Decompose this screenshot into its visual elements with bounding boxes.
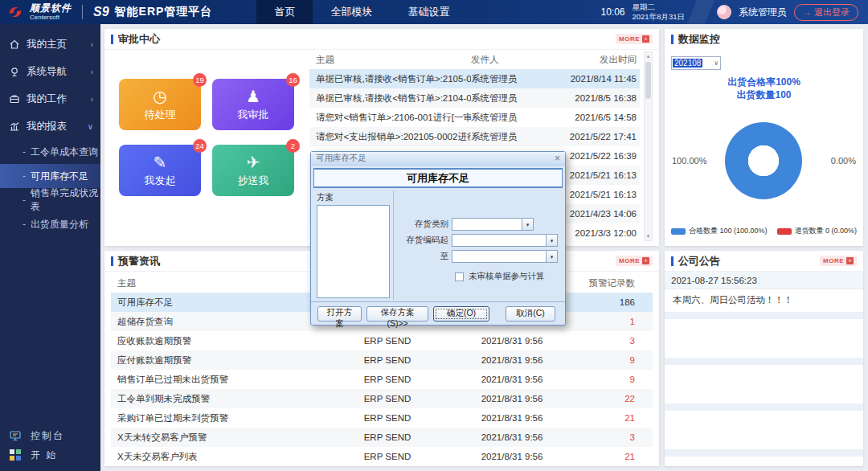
row-time: 2021/8/5 16:38 [547,93,640,103]
erp-app: 顺景软件 Centersoft S9 智能ERP管理平台 首页 全部模块 基础设… [0,0,868,471]
approval-row[interactable]: 单据已审核,请接收<销售订单>:2104-002 系统管理员 2021/8/5 … [309,88,640,108]
alerts-more-button[interactable]: MORE + [616,256,653,266]
user-avatar[interactable] [717,5,731,19]
approval-table-header: 主题 发件人 发出时间 [309,50,640,69]
alert-row[interactable]: 销售订单已过期未出货预警 ERP SEND 2021/8/31 9:56 9 [111,370,653,389]
logout-label: 退出登录 [814,6,850,18]
logout-button[interactable]: → 退出登录 [794,4,858,21]
alert-row[interactable]: X天未转交易客户预警 ERP SEND 2021/8/31 9:56 3 [111,428,653,447]
sidebar-subitem[interactable]: 工令单成本查询 [0,140,100,164]
col-time: 发出时间 [547,54,640,66]
topbar-slash-decor [687,0,714,24]
briefcase-icon [9,93,20,104]
row-subject: 单据已审核,请接收<销售订单>:2105-001 [309,73,471,85]
tile-my-approvals[interactable]: 16 ♟ 我审批 [212,79,294,130]
section-accent-bar [671,256,674,266]
home-icon [9,39,20,50]
scheme-listbox[interactable] [317,205,390,298]
code-from-input[interactable] [452,234,547,247]
row-sender: 系统管理员 [471,112,547,124]
announcement-text[interactable]: 本周六、周日公司活动！！！ [665,289,863,310]
map-pin-icon [9,66,20,77]
row-subject: X天未转交易客户预警 [111,432,327,444]
row-subject: 工令单到期未完成预警 [111,393,327,405]
section-accent-bar [111,256,113,266]
nav-home[interactable]: 首页 [256,0,313,24]
alert-row[interactable]: 工令单到期未完成预警 ERP SEND 2021/8/31 9:56 22 [111,389,653,408]
row-time: 2021/8/31 9:56 [448,355,576,365]
alert-row[interactable]: 应收账款逾期预警 ERP SEND 2021/8/31 9:56 3 [111,331,653,350]
scheme-panel: 方案 [313,190,394,300]
announce-more-button[interactable]: MORE + [820,256,857,266]
approval-scrollbar[interactable]: ▴ ▾ [644,51,653,241]
company-logo-icon [6,3,24,21]
nav-basic-settings[interactable]: 基础设置 [390,0,467,24]
legend-label: 合格数量 100 (100.00%) [689,226,768,236]
alert-row[interactable]: X天未交易客户列表 ERP SEND 2021/8/31 9:56 21 [111,447,653,465]
chevron-right-icon: › [91,40,93,49]
scroll-up-icon[interactable]: ▴ [645,53,652,59]
start-button[interactable]: 开 始 [0,445,100,465]
sidebar-item-label: 我的工作 [27,92,67,106]
scroll-down-icon[interactable]: ▾ [645,233,652,240]
code-from-dropdown-icon[interactable]: ▾ [547,234,558,247]
row-sender: ERP SEND [327,355,448,365]
sidebar-subitem[interactable]: 可用库存不足 [0,164,100,188]
unaudited-checkbox[interactable] [455,272,464,281]
nav-all-modules[interactable]: 全部模块 [313,0,390,24]
category-dropdown-icon[interactable]: ▾ [522,218,534,231]
sidebar-item-navigation[interactable]: 系统导航 › [0,58,100,85]
cancel-button[interactable]: 取消(C) [506,306,555,322]
row-count: 9 [576,355,653,365]
close-icon[interactable]: × [555,154,560,163]
save-scheme-button[interactable]: 保存方案(S)>> [366,306,428,322]
approval-more-button[interactable]: MORE + [616,34,653,44]
topbar: 顺景软件 Centersoft S9 智能ERP管理平台 首页 全部模块 基础设… [0,0,868,24]
ok-button[interactable]: 确定(O) [433,306,489,322]
tile-initiated-by-me[interactable]: 24 ✎ 我发起 [119,145,201,196]
row-time: 2021/8/31 9:56 [448,375,576,384]
col-sender: 发件人 [471,54,547,66]
open-scheme-button[interactable]: 打开方案 [317,306,362,322]
sidebar-item-work[interactable]: 我的工作 › [0,85,100,113]
approval-row[interactable]: 单据已审核,请接收<销售订单>:2105-001 系统管理员 2021/8/14… [309,69,640,88]
code-to-dropdown-icon[interactable]: ▾ [547,250,558,263]
console-button[interactable]: 控制台 [0,426,100,445]
announce-title: 公司公告 [678,254,720,268]
tile-pending[interactable]: 19 ◷ 待处理 [119,79,201,130]
sidebar-subitem[interactable]: 销售单完成状况表 [0,188,100,212]
row-time: 2021/8/31 9:56 [448,413,576,423]
row-count: 22 [576,394,653,403]
scroll-thumb[interactable] [645,62,651,99]
console-label: 控制台 [31,429,64,443]
row-subject: 采购订单已过期未到货预警 [111,412,327,424]
sidebar-subitem-label: 工令单成本查询 [31,145,98,159]
approval-title: 审批中心 [118,32,160,47]
approval-row[interactable]: 请您对<销售订单>:2106-001进行[一审] 系统管理员 2021/6/5 … [309,108,640,127]
sidebar-item-reports[interactable]: 我的报表 ∨ [0,113,100,140]
col-subject: 主题 [309,54,471,66]
dialog-heading: 可用库存不足 [313,168,563,188]
period-select[interactable]: 202108 ∨ [671,56,721,70]
legend-returns: 退货数量 0 (0.00%) [777,226,858,236]
sidebar-item-home[interactable]: 我的主页 › [0,31,100,58]
alert-row[interactable]: 应付账款逾期预警 ERP SEND 2021/8/31 9:56 9 [111,350,653,370]
row-count: 186 [576,297,653,307]
data-monitor-card: 数据监控 202108 ∨ 出货合格率100% 出货数量100 100.00% … [665,29,863,246]
tile-cc-to-me[interactable]: 2 ✈ 抄送我 [212,145,294,196]
row-time: 2021/8/31 9:56 [448,432,576,442]
alert-row[interactable]: 采购订单已过期未到货预警 ERP SEND 2021/8/31 9:56 21 [111,408,653,428]
stamp-icon: ♟ [246,88,260,105]
approval-tiles: 19 ◷ 待处理 16 ♟ 我审批 24 ✎ 我发起 2 ✈ 抄送我 [119,79,294,196]
sidebar-subitem[interactable]: 出货质量分析 [0,212,100,236]
available-stock-dialog: 可用库存不足 × 可用库存不足 方案 存货类别 ▾ 存货编码起 ▾ [310,151,566,326]
category-input[interactable] [452,218,522,231]
approval-row[interactable]: 请您对<支出报销单>:202105-0002进行[审核] 系统管理员 2021/… [309,127,640,146]
sidebar-subitem-label: 可用库存不足 [31,170,88,183]
section-accent-bar [111,35,113,44]
col-count: 预警记录数 [576,277,653,289]
code-to-input[interactable] [452,250,547,263]
dialog-titlebar[interactable]: 可用库存不足 × [311,152,565,166]
row-count: 3 [576,336,653,346]
row-time: 2021/8/31 9:56 [448,394,576,403]
